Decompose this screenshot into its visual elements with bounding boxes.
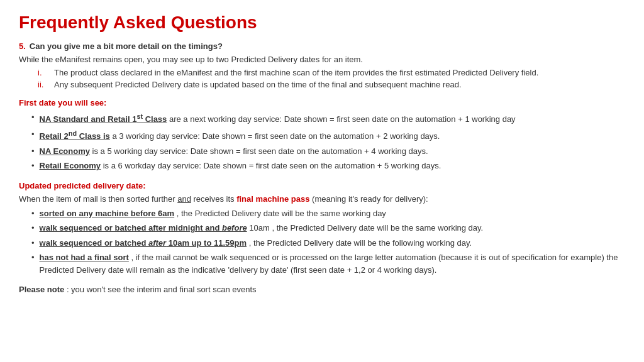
section2-bullets: sorted on any machine before 6am , the P…	[19, 207, 625, 277]
s2-bullet-4: has not had a final sort , if the mail c…	[31, 251, 625, 276]
roman-item-1: i. The product class declared in the eMa…	[38, 68, 625, 77]
bullet-1-text: NA Standard and Retail 1st Class are a n…	[40, 111, 516, 126]
note-text: : you won't see the interim and final so…	[67, 285, 257, 294]
intro-mid: receives its	[194, 194, 237, 204]
s2-bullet-2-rest: , the Predicted Delivery date will be th…	[272, 223, 483, 233]
s2-bullet-1-rest: , the Predicted Delivery date will be th…	[177, 209, 386, 218]
bullet-1-rest: are a next working day service: Date sho…	[169, 114, 516, 124]
question-header: 5. Can you give me a bit more detail on …	[19, 41, 625, 51]
intro-end: (meaning it's ready for delivery):	[312, 194, 428, 204]
roman-text-1: The product class declared in the eManif…	[54, 68, 538, 77]
bullet-1: NA Standard and Retail 1st Class are a n…	[31, 111, 625, 126]
s2-bullet-2: walk sequenced or batched after midnight…	[31, 222, 625, 234]
roman-list: i. The product class declared in the eMa…	[19, 68, 625, 89]
section2-intro: When the item of mail is then sorted fur…	[19, 194, 625, 204]
bullet-4-rest: is a 6 workday day service: Date shown =…	[103, 161, 441, 170]
section1-bullets: NA Standard and Retail 1st Class are a n…	[19, 111, 625, 172]
intro-red-bold: final machine pass	[236, 194, 309, 204]
section1: First date you will see: NA Standard and…	[19, 98, 625, 172]
roman-text-2: Any subsequent Predicted Delivery date i…	[54, 80, 462, 89]
s2-bullet-2-bold: walk sequenced or batched after midnight…	[40, 223, 247, 233]
bullet-2: Retail 2nd Class is a 3 working day serv…	[31, 128, 625, 143]
question-number: 5.	[19, 41, 26, 51]
bullet-1-bold: NA Standard and Retail 1st Class	[40, 114, 167, 124]
s2-bullet-3-text: walk sequenced or batched after 10am up …	[40, 237, 472, 250]
intro-text: While the eManifest remains open, you ma…	[19, 55, 625, 64]
roman-numeral-2: ii.	[38, 80, 48, 89]
bullet-3-bold: NA Economy	[40, 146, 90, 156]
section2-title: Updated predicted delivery date:	[19, 181, 625, 190]
s2-bullet-4-text: has not had a final sort , if the mail c…	[40, 251, 625, 276]
bullet-4-text: Retail Economy is a 6 workday day servic…	[40, 160, 441, 172]
s2-bullet-3: walk sequenced or batched after 10am up …	[31, 237, 625, 250]
section2: Updated predicted delivery date: When th…	[19, 181, 625, 295]
bullet-4: Retail Economy is a 6 workday day servic…	[31, 160, 625, 172]
question-text: Can you give me a bit more detail on the…	[30, 41, 223, 51]
roman-item-2: ii. Any subsequent Predicted Delivery da…	[38, 80, 625, 89]
s2-bullet-2-text: walk sequenced or batched after midnight…	[40, 222, 484, 234]
intro-underline: and	[177, 194, 191, 204]
bullet-3-rest: is a 5 working day service: Date shown =…	[92, 146, 428, 156]
bullet-3: NA Economy is a 5 working day service: D…	[31, 145, 625, 158]
s2-bullet-1: sorted on any machine before 6am , the P…	[31, 207, 625, 220]
intro-start: When the item of mail is then sorted fur…	[19, 194, 177, 204]
bullet-2-bold: Retail 2nd Class is	[40, 131, 110, 141]
section1-title: First date you will see:	[19, 98, 625, 107]
bullet-4-bold: Retail Economy	[40, 161, 101, 170]
note: Please note : you won't see the interim …	[19, 285, 625, 294]
bullet-3-text: NA Economy is a 5 working day service: D…	[40, 145, 428, 158]
s2-bullet-4-bold: has not had a final sort	[40, 253, 129, 262]
bullet-2-rest: a 3 working day service: Date shown = fi…	[112, 131, 440, 141]
s2-bullet-3-rest: , the Predicted Delivery date will be th…	[249, 238, 472, 248]
roman-numeral-1: i.	[38, 68, 48, 77]
s2-bullet-3-bold: walk sequenced or batched after 10am up …	[40, 238, 247, 248]
page-title: Frequently Asked Questions	[19, 13, 625, 33]
s2-bullet-2-after: 10am	[249, 223, 270, 233]
note-bold: Please note	[19, 285, 64, 294]
bullet-2-text: Retail 2nd Class is a 3 working day serv…	[40, 128, 440, 143]
s2-bullet-1-bold: sorted on any machine before 6am	[40, 209, 175, 218]
s2-bullet-1-text: sorted on any machine before 6am , the P…	[40, 207, 386, 220]
